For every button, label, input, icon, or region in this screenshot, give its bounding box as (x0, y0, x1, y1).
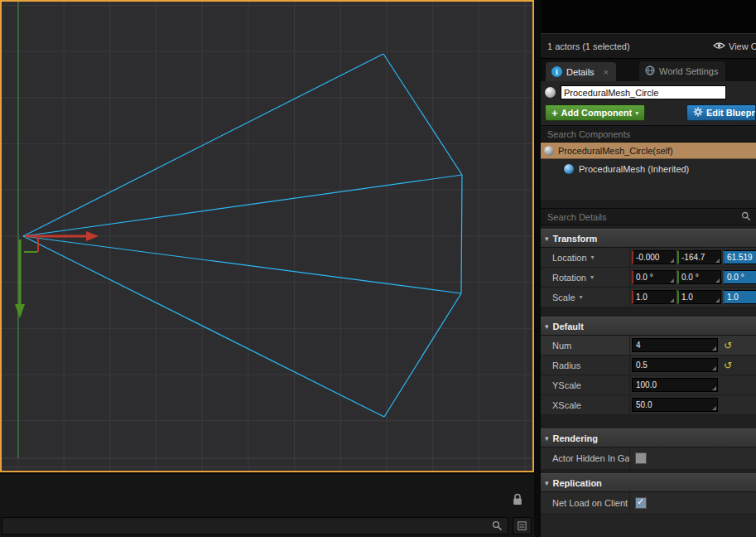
component-row-proceduralmesh[interactable]: ProceduralMesh (Inherited) (541, 159, 756, 179)
details-tab-bar: i Details × World Settings (541, 59, 756, 81)
view-options-button[interactable]: View Options (713, 41, 756, 51)
location-x-field[interactable]: -0.000 (632, 250, 676, 264)
category-rendering[interactable]: ▾ Rendering (541, 428, 756, 448)
gizmo-y-arrowhead[interactable] (15, 304, 25, 318)
radius-value: 0.5 ↺ (630, 356, 756, 375)
scale-z-field[interactable]: 1.0 (723, 290, 756, 304)
xscale-label: XScale (541, 395, 630, 414)
gizmo-x-arrowhead[interactable] (86, 231, 99, 241)
tab-world-settings[interactable]: World Settings (639, 61, 725, 81)
panel-splitter[interactable] (534, 0, 541, 537)
reset-to-default-icon[interactable]: ↺ (724, 341, 732, 351)
property-row-xscale: XScale 50.0 (541, 395, 756, 415)
expand-arrow-icon: ▾ (545, 479, 549, 487)
property-row-net-load: Net Load on Client (541, 492, 756, 515)
num-value: 4 ↺ (630, 336, 756, 355)
tab-details-label: Details (566, 67, 595, 77)
chevron-down-icon: ▾ (635, 109, 638, 117)
view-options-label: View Options (729, 41, 756, 51)
actor-hidden-value (630, 448, 756, 469)
location-label[interactable]: Location ▾ (541, 248, 630, 267)
property-row-yscale: YScale 100.0 (541, 375, 756, 395)
add-component-button[interactable]: + Add Component ▾ (545, 104, 645, 121)
plus-icon: + (551, 107, 558, 119)
chevron-down-icon: ▾ (580, 293, 583, 301)
edit-blueprint-button[interactable]: Edit Blueprint (686, 104, 756, 121)
expand-arrow-icon: ▾ (545, 235, 549, 243)
chevron-down-icon: ▾ (591, 254, 595, 261)
close-icon[interactable]: × (604, 67, 609, 77)
info-icon: i (551, 66, 562, 77)
component-self-label: ProceduralMesh_Circle(self) (558, 146, 673, 156)
yscale-label: YScale (541, 375, 630, 394)
component-buttons-row: + Add Component ▾ Edit (541, 103, 756, 125)
location-y-field[interactable]: -164.7 (677, 250, 721, 264)
rotation-values: 0.0 ° 0.0 ° 0.0 ° (630, 268, 756, 287)
scale-x-field[interactable]: 1.0 (632, 290, 676, 304)
actors-count-label: 1 actors (1 selected) (547, 41, 630, 51)
mesh-component-icon (564, 164, 574, 174)
actor-name-row (541, 81, 756, 103)
filter-button[interactable] (513, 517, 532, 535)
component-child-label: ProceduralMesh (Inherited) (579, 164, 689, 174)
property-row-scale: Scale ▾ 1.0 1.0 1.0 (541, 288, 756, 307)
search-icon (492, 520, 503, 531)
property-row-rotation: Rotation ▾ 0.0 ° 0.0 ° 0.0 ° (541, 268, 756, 288)
rotation-z-field[interactable]: 0.0 ° (723, 270, 756, 284)
component-sphere-icon (544, 146, 554, 156)
chevron-down-icon: ▾ (590, 273, 594, 281)
section-gap (541, 307, 756, 317)
category-transform[interactable]: ▾ Transform (541, 229, 756, 248)
location-z-field[interactable]: 61.519 (723, 250, 756, 264)
property-row-radius: Radius 0.5 ↺ (541, 356, 756, 375)
section-gap (541, 415, 756, 428)
net-load-label: Net Load on Client (541, 492, 630, 514)
radius-field[interactable]: 0.5 (632, 358, 718, 372)
add-component-label: Add Component (561, 108, 633, 118)
gear-icon (693, 107, 703, 119)
property-row-location: Location ▾ -0.000 -164.7 61.519 (541, 248, 756, 268)
reset-to-default-icon[interactable]: ↺ (724, 360, 732, 370)
panel-gap (541, 201, 756, 208)
xscale-field[interactable]: 50.0 (632, 398, 718, 412)
scale-y-field[interactable]: 1.0 (677, 290, 721, 304)
scale-values: 1.0 1.0 1.0 (630, 288, 756, 307)
eye-icon (713, 41, 725, 51)
edit-blueprint-label: Edit Blueprint (706, 108, 756, 118)
yscale-value: 100.0 (630, 375, 756, 394)
category-replication[interactable]: ▾ Replication (541, 473, 756, 492)
rotation-x-field[interactable]: 0.0 ° (632, 270, 676, 284)
net-load-value (630, 492, 756, 514)
search-details-box[interactable] (541, 208, 756, 225)
scale-label[interactable]: Scale ▾ (541, 288, 630, 307)
rotation-y-field[interactable]: 0.0 ° (677, 270, 721, 284)
lock-icon[interactable] (511, 492, 524, 510)
content-browser-strip (0, 472, 534, 537)
expand-arrow-icon: ▾ (545, 322, 549, 331)
category-rendering-label: Rendering (553, 433, 598, 443)
category-transform-label: Transform (553, 234, 598, 244)
search-details-input[interactable] (546, 211, 738, 223)
component-row-self[interactable]: ProceduralMesh_Circle(self) (541, 143, 756, 159)
tab-details[interactable]: i Details × (546, 62, 616, 81)
category-default[interactable]: ▾ Default (541, 317, 756, 336)
search-components-box[interactable] (541, 125, 756, 143)
component-tree-empty (541, 179, 756, 201)
actor-hidden-checkbox[interactable] (635, 452, 647, 464)
expand-arrow-icon: ▾ (545, 434, 549, 443)
location-values: -0.000 -164.7 61.519 (630, 248, 756, 267)
property-row-actor-hidden: Actor Hidden In Game (541, 448, 756, 470)
xscale-value: 50.0 (630, 395, 756, 414)
actor-name-field[interactable] (561, 85, 726, 99)
search-icon (741, 211, 751, 223)
net-load-checkbox[interactable] (635, 497, 647, 509)
yscale-field[interactable]: 100.0 (632, 378, 718, 392)
rotation-label[interactable]: Rotation ▾ (541, 268, 630, 287)
unreal-editor-window: 1 actors (1 selected) View Options i Det… (0, 0, 756, 537)
search-components-input[interactable] (546, 128, 751, 140)
content-browser-search-bar[interactable] (2, 517, 508, 535)
level-viewport[interactable] (0, 0, 534, 472)
globe-icon (645, 65, 655, 77)
num-field[interactable]: 4 (632, 338, 718, 352)
radius-label: Radius (541, 356, 630, 375)
